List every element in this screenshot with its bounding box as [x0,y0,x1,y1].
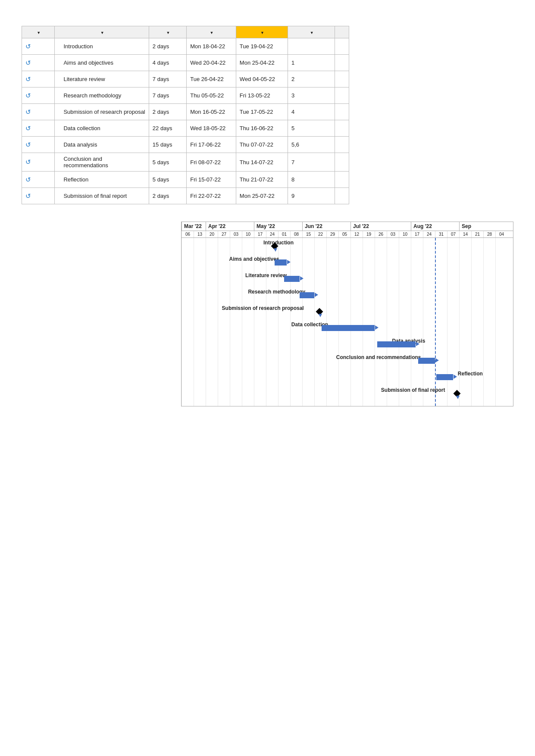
cell-task-name: Research methodology [55,87,149,104]
gantt-week-label: 03 [387,231,399,237]
gantt-task-label: Introduction [263,240,294,246]
cell-finish: Fri 13-05-22 [236,87,288,104]
cell-start: Fri 15-07-22 [187,172,236,188]
cell-extra [335,188,349,204]
gantt-week-label: 13 [194,231,206,237]
cell-duration: 5 days [149,172,186,188]
gantt-month-label: Aug '22 [411,222,459,231]
table-row: ↺Reflection5 daysFri 15-07-22Thu 21-07-2… [22,172,349,188]
col-header-task-name[interactable]: ▼ [55,26,149,38]
cell-start: Thu 05-05-22 [187,87,236,104]
cell-duration: 7 days [149,71,186,87]
gantt-week-label: 17 [411,231,423,237]
gantt-chart: Mar '22Apr '22May '22Jun '22Jul '22Aug '… [26,222,513,406]
gantt-week-label: 05 [338,231,350,237]
gantt-task-row: Conclusion and recommendations [181,353,513,369]
cell-task-mode: ↺ [22,104,55,120]
sort-icon-predecessors[interactable]: ▼ [310,31,314,35]
col-header-finish[interactable]: ▼ [236,26,288,38]
gantt-task-row: Data collection [181,320,513,336]
task-mode-icon: ↺ [25,92,31,100]
gantt-week-label: 12 [350,231,363,237]
gantt-week-label: 20 [206,231,218,237]
cell-start: Wed 20-04-22 [187,55,236,71]
task-mode-icon: ↺ [25,108,31,116]
gantt-bar [300,292,314,298]
gantt-week-label: 08 [290,231,302,237]
cell-task-name: Literature review [55,71,149,87]
gantt-task-row: Introduction [181,238,513,254]
gantt-bar [284,276,300,282]
cell-task-mode: ↺ [22,71,55,87]
sort-icon-task-mode[interactable]: ▼ [37,31,41,35]
sort-icon-start[interactable]: ▼ [210,31,214,35]
cell-predecessors [288,38,335,55]
cell-start: Fri 17-06-22 [187,137,236,153]
gantt-task-label: Conclusion and recommendations [336,354,421,360]
gantt-week-label: 14 [459,231,471,237]
col-header-predecessors[interactable]: ▼ [288,26,335,38]
cell-predecessors: 5 [288,120,335,137]
cell-task-name: Conclusion and recommendations [55,153,149,172]
gantt-task-row: Submission of final report [181,385,513,402]
gantt-week-label: 27 [218,231,230,237]
gantt-week-label: 28 [483,231,495,237]
cell-task-mode: ↺ [22,188,55,204]
gantt-week-label: 21 [471,231,483,237]
gantt-task-label: Reflection [458,371,483,377]
sort-icon-finish[interactable]: ▼ [260,31,264,35]
gantt-bar-arrow [315,293,318,297]
col-header-start[interactable]: ▼ [187,26,236,38]
gantt-task-label: Submission of final report [381,387,445,393]
cell-start: Mon 18-04-22 [187,38,236,55]
gantt-week-label: 07 [447,231,459,237]
gantt-grid: Mar '22Apr '22May '22Jun '22Jul '22Aug '… [181,222,513,406]
gantt-week-label: 15 [302,231,314,237]
gantt-month-label: Sep [459,222,507,231]
gantt-week-label: 29 [326,231,338,237]
cell-extra [335,87,349,104]
cell-start: Wed 18-05-22 [187,120,236,137]
cell-duration: 2 days [149,38,186,55]
gantt-task-label: Research methodology [248,289,305,295]
gantt-week-label: 19 [363,231,375,237]
cell-predecessors: 8 [288,172,335,188]
gantt-task-row: Data analysis [181,336,513,353]
col-header-extra [335,26,349,38]
cell-task-mode: ↺ [22,120,55,137]
cell-finish: Thu 14-07-22 [236,153,288,172]
cell-predecessors: 1 [288,55,335,71]
table-row: ↺Research methodology7 daysThu 05-05-22F… [22,87,349,104]
gantt-week-label: 04 [495,231,507,237]
sort-icon-task-name[interactable]: ▼ [100,31,104,35]
cell-extra [335,55,349,71]
cell-duration: 22 days [149,120,186,137]
table-row: ↺Data collection22 daysWed 18-05-22Thu 1… [22,120,349,137]
col-header-duration[interactable]: ▼ [149,26,186,38]
cell-task-mode: ↺ [22,38,55,55]
gantt-week-label: 10 [399,231,411,237]
gantt-connector-arrow [319,314,322,317]
sort-icon-duration[interactable]: ▼ [166,31,170,35]
cell-finish: Thu 16-06-22 [236,120,288,137]
gantt-month-label: Jul '22 [350,222,411,231]
cell-predecessors: 7 [288,153,335,172]
col-header-task-mode[interactable]: ▼ [22,26,55,38]
task-mode-icon: ↺ [25,158,31,166]
gantt-bar-arrow [375,325,379,330]
gantt-week-label: 22 [314,231,326,237]
cell-extra [335,172,349,188]
table-row: ↺Conclusion and recommendations5 daysFri… [22,153,349,172]
cell-predecessors: 4 [288,104,335,120]
cell-predecessors: 3 [288,87,335,104]
cell-extra [335,120,349,137]
task-mode-icon: ↺ [25,75,31,83]
cell-duration: 2 days [149,188,186,204]
gantt-week-label: 01 [278,231,290,237]
cell-predecessors: 9 [288,188,335,204]
table-row: ↺Literature review7 daysTue 26-04-22Wed … [22,71,349,87]
gantt-month-label: Apr '22 [206,222,254,231]
cell-duration: 7 days [149,87,186,104]
gantt-bar [322,325,375,331]
cell-task-mode: ↺ [22,172,55,188]
